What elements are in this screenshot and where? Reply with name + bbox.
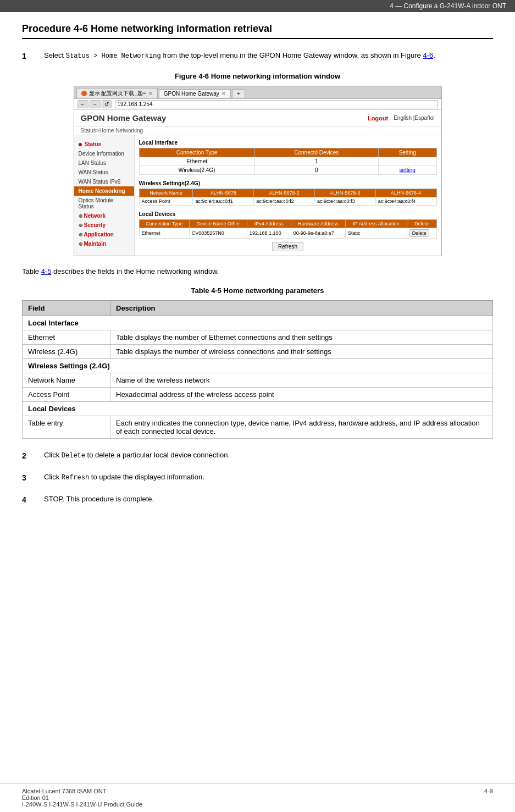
params-header-desc: Description: [110, 301, 493, 316]
table-row: Ethernet 1: [139, 157, 436, 166]
step-3-number: 3: [22, 472, 44, 484]
table-row: Table entry Each entry indicates the con…: [23, 416, 493, 439]
nav-wan-ipv6[interactable]: WAN Status IPv6: [74, 177, 134, 186]
ws-row1-label: Access Point: [139, 197, 193, 206]
reload-button[interactable]: ↺: [102, 100, 112, 108]
refresh-button[interactable]: Refresh: [272, 242, 303, 251]
nav-buttons: ← → ↺: [77, 100, 112, 108]
browser-mockup: 显示 配置网页下载_题= ✕ GPON Home Gateway ✕ + ← →…: [74, 86, 442, 256]
ws-row1-ap2: ac:9c:e4:aa:c0:f2: [254, 197, 315, 206]
network-plus: ⊕: [79, 213, 83, 219]
params-ethernet-field: Ethernet: [23, 330, 110, 345]
footer-page-num: 4-9: [484, 788, 493, 808]
table-row: Ethernet CV0035257N0 192.168.1.100 00-90…: [139, 228, 436, 239]
ld-row1-delete: Delete: [407, 228, 436, 239]
ld-header-0: Connection Type: [139, 220, 189, 228]
ld-header-2: IPv4 Address: [247, 220, 291, 228]
nav-security[interactable]: ⊕Security: [74, 220, 134, 230]
step-1-code: Status > Home Networking: [66, 52, 161, 60]
step-3-text: Click Refresh to update the displayed in…: [44, 472, 493, 484]
section-name-local-interface: Local Interface: [23, 316, 493, 330]
li-row1-setting: [378, 157, 436, 166]
li-header-3: Setting: [378, 148, 436, 157]
table-45-caption: Table 4-5 Home networking parameters: [22, 286, 493, 295]
tab-1-icon: [81, 91, 87, 96]
ld-row1-type: Ethernet: [139, 228, 189, 239]
ws-header-3: ALHN-5678-3: [314, 189, 375, 197]
ws-header-4: ALHN-5678-4: [375, 189, 436, 197]
delete-button[interactable]: Delete: [409, 229, 429, 237]
params-access-point-desc: Hexadecimal address of the wireless acce…: [110, 388, 493, 402]
browser-tab-new[interactable]: +: [232, 89, 245, 98]
ld-header-3: Hardware Address: [291, 220, 345, 228]
step-4: 4 STOP. This procedure is complete.: [22, 494, 493, 506]
maintain-plus: ⊕: [79, 241, 83, 247]
li-row2-setting: setting: [378, 166, 436, 175]
li-row1-type: Ethernet: [139, 157, 254, 166]
nav-home-networking[interactable]: Home Networking: [74, 186, 134, 196]
back-button[interactable]: ←: [77, 100, 88, 108]
params-access-point-field: Access Point: [23, 388, 110, 402]
footer-edition: Edition 01: [22, 794, 142, 801]
wireless-table: Network Name ALHN-5678 ALHN-5678-2 ALHN-…: [139, 189, 437, 206]
tab-1-label: 显示 配置网页下载_题=: [89, 90, 146, 97]
logout-link[interactable]: Logout: [368, 115, 388, 121]
step-3: 3 Click Refresh to update the displayed …: [22, 472, 493, 484]
browser-addressbar: ← → ↺: [74, 99, 441, 110]
gpon-header: GPON Home Gateway Logout English |Españo…: [74, 110, 441, 126]
ws-row1-ap1: ac:9c:e4:aa:c0:f1: [193, 197, 254, 206]
params-section-local-devices: Local Devices: [23, 402, 493, 416]
ld-row1-alloc: Static: [345, 228, 407, 239]
step-2-number: 2: [22, 450, 44, 462]
gpon-page-content: GPON Home Gateway Logout English |Españo…: [74, 110, 441, 256]
local-devices-title: Local Devices: [139, 211, 437, 217]
ws-header-1: ALHN-5678: [193, 189, 254, 197]
nav-status[interactable]: Status: [74, 140, 134, 149]
params-wireless24-desc: Table displays the number of wireless co…: [110, 345, 493, 359]
ws-header-0: Network Name: [139, 189, 193, 197]
tab-1-close[interactable]: ✕: [148, 91, 153, 96]
params-network-name-desc: Name of the wireless network: [110, 373, 493, 388]
gpon-nav: Status Device Information LAN Status WAN…: [74, 135, 135, 256]
step-4-number: 4: [22, 494, 44, 506]
table-ref[interactable]: 4-5: [41, 267, 52, 275]
nav-maintain[interactable]: ⊕Maintain: [74, 239, 134, 248]
setting-link[interactable]: setting: [399, 167, 415, 173]
figure-ref[interactable]: 4-6: [423, 51, 433, 59]
browser-tabs: 显示 配置网页下载_题= ✕ GPON Home Gateway ✕ +: [74, 86, 441, 99]
step-1-text: Select Status > Home Networking from the…: [44, 50, 493, 62]
step-2-code: Delete: [62, 452, 85, 460]
footer-left: Alcatel-Lucent 7368 ISAM ONT Edition 01 …: [22, 788, 142, 808]
gpon-page-title: GPON Home Gateway: [81, 113, 167, 123]
nav-lan-status[interactable]: LAN Status: [74, 158, 134, 168]
nav-application[interactable]: ⊕Application: [74, 230, 134, 239]
address-input[interactable]: [115, 100, 438, 108]
gpon-body: Status Device Information LAN Status WAN…: [74, 135, 441, 256]
local-interface-table: Connection Type Connectd Devices Setting…: [139, 148, 437, 175]
nav-device-info[interactable]: Device Information: [74, 149, 134, 158]
li-header-1: Connection Type: [139, 148, 254, 157]
ws-row1-ap3: ac:9c:e4:aa:c0:f3: [314, 197, 375, 206]
main-content: Procedure 4-6 Home networking informatio…: [0, 12, 515, 549]
ws-row1-ap4: ac:9c:e4:aa:c0:f4: [375, 197, 436, 206]
params-network-name-field: Network Name: [23, 373, 110, 388]
forward-button[interactable]: →: [90, 100, 101, 108]
nav-wan-status[interactable]: WAN Status: [74, 168, 134, 177]
params-wireless24-field: Wireless (2.4G): [23, 345, 110, 359]
gpon-right-content: Local Interface Connection Type Connectd…: [135, 135, 441, 256]
section-name-local-devices: Local Devices: [23, 402, 493, 416]
tab-2-close[interactable]: ✕: [221, 91, 226, 96]
nav-optics[interactable]: Optics Module Status: [74, 196, 134, 211]
ld-row1-name: CV0035257N0: [189, 228, 247, 239]
table-row: Wireless(2.4G) 0 setting: [139, 166, 436, 175]
local-interface-title: Local Interface: [139, 140, 437, 146]
nav-network[interactable]: ⊕Network: [74, 211, 134, 220]
browser-tab-1[interactable]: 显示 配置网页下载_题= ✕: [76, 88, 158, 98]
li-row2-devices: 0: [254, 166, 378, 175]
table-row: Access Point Hexadecimal address of the …: [23, 388, 493, 402]
header-title: 4 — Configure a G-241W-A indoor ONT: [390, 2, 506, 10]
language-links[interactable]: English |Español: [394, 115, 434, 121]
footer-guide: I-240W-S I-241W-S I-241W-U Product Guide: [22, 801, 142, 808]
browser-tab-2[interactable]: GPON Home Gateway ✕: [159, 89, 231, 98]
page-footer: Alcatel-Lucent 7368 ISAM ONT Edition 01 …: [0, 783, 515, 812]
